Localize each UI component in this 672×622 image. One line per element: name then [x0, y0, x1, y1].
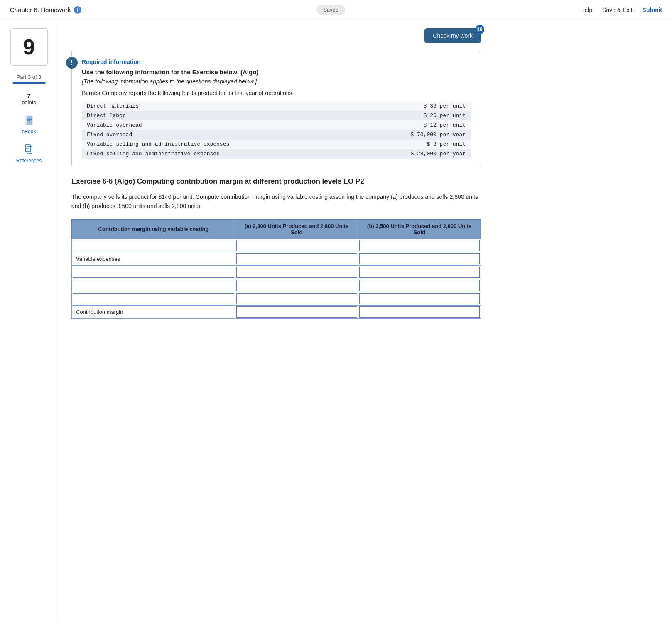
- saved-badge: Saved: [316, 5, 345, 15]
- references-icon: [22, 143, 36, 156]
- progress-bar: [12, 82, 46, 84]
- info-row-value: $ 3 per unit: [354, 140, 471, 149]
- input-cell-a-4[interactable]: [235, 292, 358, 305]
- input-b-4[interactable]: [359, 293, 480, 304]
- input-cell-a-2[interactable]: [235, 265, 358, 279]
- input-cell-b-1[interactable]: [358, 252, 481, 265]
- info-box-icon: !: [66, 57, 78, 69]
- info-row-value: $ 26 per unit: [354, 111, 471, 120]
- points-label: points: [22, 99, 36, 105]
- info-table-row: Direct materials$ 36 per unit: [82, 101, 471, 111]
- points-info: 7 points: [22, 92, 36, 105]
- header-title-area: Chapter 6. Homework i: [10, 6, 81, 14]
- info-table-row: Variable selling and administrative expe…: [82, 140, 471, 149]
- input-cell-a-0[interactable]: [235, 239, 358, 252]
- input-cell-a-1[interactable]: [235, 252, 358, 265]
- references-label: References: [16, 158, 42, 164]
- ebook-label: eBook: [22, 129, 36, 135]
- info-row-value: $ 28,000 per year: [354, 149, 471, 159]
- input-a-4[interactable]: [236, 293, 357, 304]
- input-b-3[interactable]: [359, 280, 480, 291]
- input-a-2[interactable]: [236, 267, 357, 278]
- part-info: Part 3 of 3: [12, 74, 46, 84]
- info-box-desc: Barnes Company reports the following for…: [82, 90, 471, 96]
- info-row-label: Fixed selling and administrative expense…: [82, 149, 354, 159]
- page-title: Chapter 6. Homework: [10, 6, 71, 13]
- check-btn-label: Check my work: [433, 32, 473, 39]
- row-label-cell[interactable]: [72, 265, 235, 279]
- input-cell-b-0[interactable]: [358, 239, 481, 252]
- save-exit-link[interactable]: Save & Exit: [602, 7, 632, 13]
- input-cell-b-5[interactable]: [358, 305, 481, 318]
- info-box-title: Use the following information for the Ex…: [82, 69, 471, 76]
- check-btn-badge: 10: [475, 25, 484, 34]
- col1-header: Contribution margin using variable costi…: [72, 219, 235, 239]
- label-input-0[interactable]: [73, 240, 234, 251]
- input-cell-a-3[interactable]: [235, 279, 358, 292]
- references-button[interactable]: References: [16, 143, 42, 164]
- input-b-2[interactable]: [359, 267, 480, 278]
- info-row-value: $ 36 per unit: [354, 101, 471, 111]
- exercise-desc: The company sells its product for $140 p…: [71, 192, 481, 211]
- table-row[interactable]: [72, 239, 481, 252]
- row-label-cell[interactable]: [72, 239, 235, 252]
- input-a-0[interactable]: [236, 240, 357, 251]
- info-box: ! Required information Use the following…: [71, 50, 481, 167]
- content-area: Check my work 10 ! Required information …: [58, 20, 494, 621]
- input-b-1[interactable]: [359, 253, 480, 264]
- label-input-2[interactable]: [73, 267, 234, 278]
- info-icon[interactable]: i: [74, 6, 81, 14]
- input-a-1[interactable]: [236, 253, 357, 264]
- input-b-0[interactable]: [359, 240, 480, 251]
- info-row-label: Variable overhead: [82, 120, 354, 130]
- row-label-cell[interactable]: [72, 279, 235, 292]
- table-row[interactable]: [72, 265, 481, 279]
- part-label: Part 3 of 3: [12, 74, 46, 80]
- info-data-table: Direct materials$ 36 per unitDirect labo…: [82, 101, 471, 159]
- header-right: Help Save & Exit Submit: [580, 7, 662, 13]
- exercise-heading: Exercise 6-6 (Algo) Computing contributi…: [71, 177, 481, 186]
- input-cell-b-2[interactable]: [358, 265, 481, 279]
- input-cell-b-3[interactable]: [358, 279, 481, 292]
- info-row-value: $ 70,000 per year: [354, 130, 471, 140]
- input-cell-b-4[interactable]: [358, 292, 481, 305]
- info-table-row: Fixed selling and administrative expense…: [82, 149, 471, 159]
- ebook-button[interactable]: eBook: [22, 114, 36, 135]
- table-row: Contribution margin: [72, 305, 481, 318]
- progress-bar-fill: [12, 82, 46, 84]
- header-center: Saved: [316, 5, 345, 15]
- svg-rect-6: [27, 147, 32, 153]
- info-row-label: Direct labor: [82, 111, 354, 120]
- col2-header: (a) 2,800 Units Produced and 2,800 Units…: [235, 219, 358, 239]
- check-my-work-button[interactable]: Check my work 10: [424, 28, 481, 43]
- question-number-box: 9: [10, 28, 48, 66]
- row-label-cell: Contribution margin: [72, 305, 235, 318]
- submit-link[interactable]: Submit: [643, 7, 662, 13]
- table-row[interactable]: [72, 292, 481, 305]
- table-row[interactable]: [72, 279, 481, 292]
- points-value: 7: [22, 92, 36, 99]
- question-number: 9: [23, 34, 35, 59]
- info-row-label: Direct materials: [82, 101, 354, 111]
- col3-header: (b) 3,500 Units Produced and 2,800 Units…: [358, 219, 481, 239]
- required-label: Required information: [82, 59, 471, 65]
- input-cell-a-5[interactable]: [235, 305, 358, 318]
- input-a-3[interactable]: [236, 280, 357, 291]
- info-row-value: $ 12 per unit: [354, 120, 471, 130]
- label-input-3[interactable]: [73, 280, 234, 291]
- input-b-5[interactable]: [359, 306, 480, 318]
- info-box-subtitle: [The following information applies to th…: [82, 78, 471, 85]
- main-layout: 9 Part 3 of 3 7 points: [0, 20, 672, 621]
- input-a-5[interactable]: [236, 306, 357, 318]
- info-table-row: Fixed overhead$ 70,000 per year: [82, 130, 471, 140]
- row-label-cell[interactable]: [72, 292, 235, 305]
- row-label-cell: Variable expenses: [72, 252, 235, 265]
- label-input-4[interactable]: [73, 293, 234, 304]
- sidebar: 9 Part 3 of 3 7 points: [0, 20, 58, 621]
- info-row-label: Fixed overhead: [82, 130, 354, 140]
- table-row: Variable expenses: [72, 252, 481, 265]
- help-link[interactable]: Help: [580, 7, 592, 13]
- info-table-row: Direct labor$ 26 per unit: [82, 111, 471, 120]
- contribution-margin-table: Contribution margin using variable costi…: [71, 219, 481, 319]
- page-header: Chapter 6. Homework i Saved Help Save & …: [0, 0, 672, 20]
